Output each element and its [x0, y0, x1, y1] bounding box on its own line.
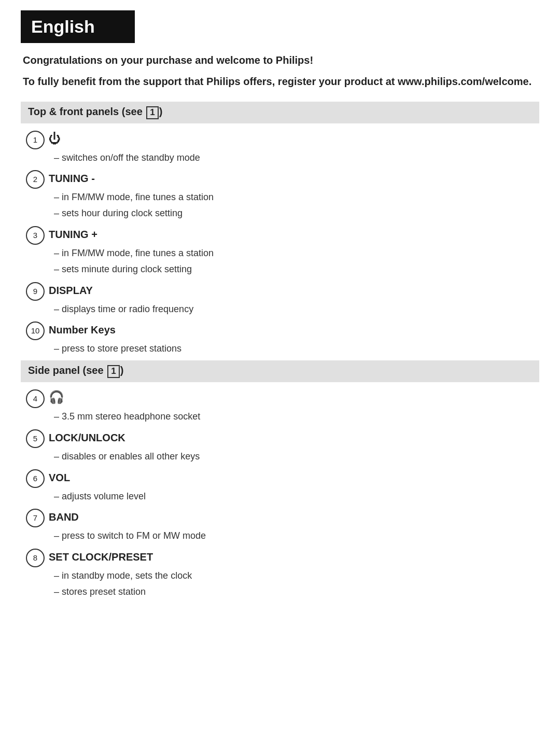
item-group-4: 4🎧– 3.5 mm stereo headphone socket [21, 389, 539, 424]
item-title-row-1: 1⏻ [26, 131, 539, 149]
item-title-row-3: 3TUNING + [26, 226, 539, 245]
page-container: English Congratulations on your purchase… [0, 0, 560, 755]
item-title-row-4: 4🎧 [26, 389, 539, 408]
register-text: To fully benefit from the support that P… [21, 74, 539, 89]
item-label-2: TUNING - [49, 173, 95, 185]
item-label-8: SET CLOCK/PRESET [49, 551, 153, 563]
item-label-5: LOCK/UNLOCK [49, 432, 125, 444]
item-title-row-5: 5LOCK/UNLOCK [26, 429, 539, 448]
sections-container: Top & front panels (see 1)1⏻– switches o… [21, 102, 539, 599]
item-number-4: 4 [26, 389, 45, 408]
item-group-10: 10Number Keys– press to store preset sta… [21, 321, 539, 356]
item-desc-10-0: – press to store preset stations [26, 341, 539, 356]
item-group-5: 5LOCK/UNLOCK– disables or enables all ot… [21, 429, 539, 464]
item-number-5: 5 [26, 429, 45, 448]
item-title-row-2: 2TUNING - [26, 170, 539, 189]
item-number-10: 10 [26, 321, 45, 340]
congratulations-text: Congratulations on your purchase and wel… [21, 54, 539, 66]
item-title-row-8: 8SET CLOCK/PRESET [26, 549, 539, 567]
item-number-1: 1 [26, 131, 45, 149]
item-number-2: 2 [26, 170, 45, 189]
section-header-top-front: Top & front panels (see 1) [21, 102, 539, 123]
item-title-row-9: 9DISPLAY [26, 282, 539, 301]
item-group-9: 9DISPLAY– displays time or radio frequen… [21, 282, 539, 317]
item-label-10: Number Keys [49, 324, 116, 336]
item-desc-2-0: – in FM/MW mode, fine tunes a station [26, 190, 539, 205]
item-group-6: 6VOL– adjusts volume level [21, 469, 539, 504]
language-header: English [21, 10, 135, 43]
item-number-3: 3 [26, 226, 45, 245]
item-desc-3-0: – in FM/MW mode, fine tunes a station [26, 246, 539, 261]
item-label-6: VOL [49, 472, 70, 484]
language-title: English [31, 17, 95, 36]
item-number-9: 9 [26, 282, 45, 301]
item-desc-1-0: – switches on/off the standby mode [26, 150, 539, 165]
item-number-8: 8 [26, 549, 45, 567]
item-title-row-7: 7BAND [26, 509, 539, 527]
item-label-7: BAND [49, 511, 79, 523]
item-label-9: DISPLAY [49, 285, 93, 297]
item-desc-2-1: – sets hour during clock setting [26, 206, 539, 221]
item-group-3: 3TUNING +– in FM/MW mode, fine tunes a s… [21, 226, 539, 277]
item-desc-9-0: – displays time or radio frequency [26, 302, 539, 317]
item-desc-5-0: – disables or enables all other keys [26, 449, 539, 464]
item-icon-1: ⏻ [49, 131, 61, 146]
item-number-6: 6 [26, 469, 45, 488]
item-desc-8-0: – in standby mode, sets the clock [26, 568, 539, 583]
item-desc-8-1: – stores preset station [26, 584, 539, 599]
item-group-7: 7BAND– press to switch to FM or MW mode [21, 509, 539, 543]
item-desc-7-0: – press to switch to FM or MW mode [26, 528, 539, 543]
item-group-2: 2TUNING -– in FM/MW mode, fine tunes a s… [21, 170, 539, 221]
item-desc-6-0: – adjusts volume level [26, 489, 539, 504]
item-title-row-10: 10Number Keys [26, 321, 539, 340]
item-desc-4-0: – 3.5 mm stereo headphone socket [26, 409, 539, 424]
item-title-row-6: 6VOL [26, 469, 539, 488]
item-group-1: 1⏻– switches on/off the standby mode [21, 131, 539, 165]
item-number-7: 7 [26, 509, 45, 527]
item-group-8: 8SET CLOCK/PRESET– in standby mode, sets… [21, 549, 539, 599]
section-header-side-panel: Side panel (see 1) [21, 360, 539, 382]
item-label-3: TUNING + [49, 229, 97, 241]
item-icon-4: 🎧 [49, 390, 64, 404]
item-desc-3-1: – sets minute during clock setting [26, 262, 539, 277]
